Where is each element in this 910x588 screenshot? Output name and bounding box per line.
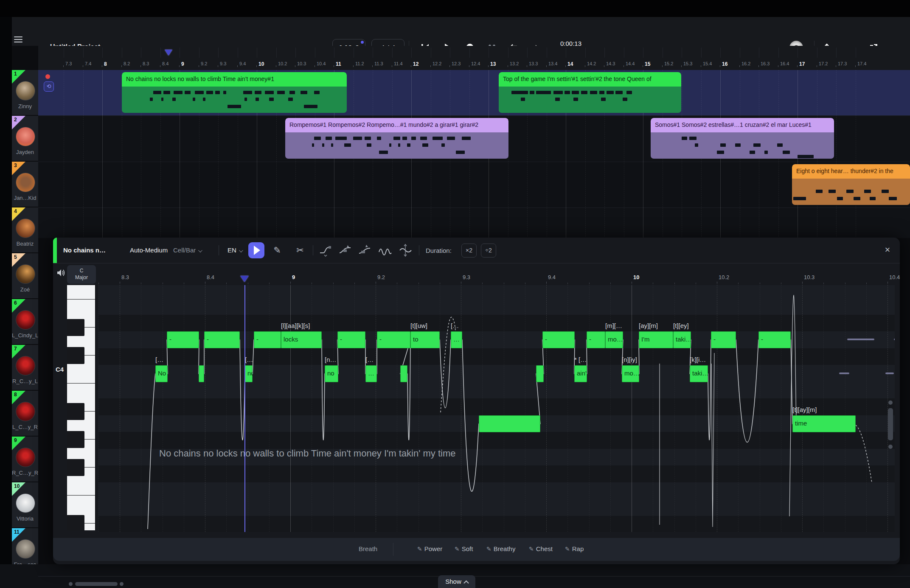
mini-note xyxy=(753,143,761,147)
ruler-tick-mark xyxy=(160,65,160,67)
ruler-label: 17.2 xyxy=(819,61,828,66)
vibrato-tool-icon[interactable] xyxy=(378,244,392,257)
piano-black-key[interactable] xyxy=(67,459,84,476)
pr-note[interactable]: - xyxy=(337,331,365,348)
close-icon[interactable]: × xyxy=(882,244,893,256)
piano-black-key[interactable] xyxy=(67,515,84,530)
duration-double-button[interactable]: ×2 xyxy=(461,244,477,258)
select-tool-button[interactable] xyxy=(248,242,264,258)
wave-smooth-tool-icon[interactable] xyxy=(399,244,412,257)
mini-note xyxy=(456,151,465,154)
pr-note[interactable]: no xyxy=(245,365,253,382)
pr-note[interactable]: - xyxy=(711,331,736,348)
pr-note[interactable]: locks xyxy=(281,331,322,348)
piano-roll-grid[interactable]: ---locks[l][aa][k][s]--to[t][uw]…[…--mo…… xyxy=(98,285,895,532)
sidebar-track-item[interactable]: 4Beatriz xyxy=(12,207,38,252)
sidebar-track-item[interactable]: 8L_C…y_R xyxy=(12,391,38,436)
parameter-toggle-power[interactable]: ✎Power xyxy=(417,545,442,552)
pitch-anchor-tool-icon[interactable] xyxy=(338,244,352,257)
timeline-ruler[interactable]: 7.37.488.28.38.499.29.39.41010.210.310.4… xyxy=(0,46,910,70)
pr-note[interactable] xyxy=(536,365,544,382)
pr-note[interactable]: ain't xyxy=(574,365,587,382)
pitch-draw-tool-icon[interactable] xyxy=(319,244,332,257)
scrollbar-dot[interactable] xyxy=(120,582,124,586)
pr-playhead-triangle[interactable] xyxy=(240,276,249,282)
piano-black-key[interactable] xyxy=(67,431,84,448)
pr-note[interactable]: time xyxy=(792,415,856,432)
pr-ruler-minor-tick xyxy=(567,283,568,284)
phoneme-label: * [… xyxy=(574,356,587,363)
parameter-toggle-soft[interactable]: ✎Soft xyxy=(455,545,473,552)
pr-playhead-line[interactable] xyxy=(244,285,245,532)
sidebar-track-item[interactable]: 6L_Cindy_L xyxy=(12,299,38,344)
scrollbar-dot[interactable] xyxy=(888,400,893,405)
mini-note xyxy=(864,190,871,193)
grid-mode-dropdown[interactable]: Cell/Bar xyxy=(173,246,201,254)
pr-note[interactable]: mo… xyxy=(622,365,639,382)
sidebar-track-item[interactable]: 10Vittoria xyxy=(12,482,38,527)
pr-note[interactable]: mo… xyxy=(605,331,623,348)
ruler-label: 17.4 xyxy=(857,61,866,66)
piano-white-key[interactable] xyxy=(67,285,95,300)
scrollbar-dot[interactable] xyxy=(888,445,893,449)
sidebar-track-item[interactable]: 3Jan…Kid xyxy=(12,162,38,207)
pr-vertical-scrollbar[interactable] xyxy=(888,408,893,440)
pr-note[interactable]: … xyxy=(451,331,462,348)
pr-note[interactable]: … xyxy=(365,365,377,382)
pitch-mode-label[interactable]: Auto-Medium xyxy=(130,246,168,254)
sidebar-track-item[interactable]: 1Zinny xyxy=(12,70,38,115)
track-loop-button[interactable]: ⟲ xyxy=(44,81,54,92)
pr-note[interactable] xyxy=(400,365,407,382)
arrangement-clip[interactable]: Top of the game I'm settin'#1 settin'#2 … xyxy=(499,72,681,113)
scrollbar-dot[interactable] xyxy=(69,582,73,586)
sidebar-track-item[interactable]: 5Zoé xyxy=(12,253,38,298)
scissors-tool-button[interactable]: ✂ xyxy=(293,244,307,257)
menu-hamburger-icon[interactable] xyxy=(14,36,22,43)
pr-note[interactable]: to xyxy=(410,331,440,348)
pr-note[interactable] xyxy=(479,415,540,432)
sidebar-track-item[interactable]: 2Jayden xyxy=(12,116,38,161)
parameter-toggle-chest[interactable]: ✎Chest xyxy=(529,545,553,552)
piano-roll-ruler[interactable]: 8.38.499.29.39.41010.210.310.4 xyxy=(98,271,900,285)
avatar xyxy=(16,81,35,101)
track-record-indicator[interactable] xyxy=(45,74,50,79)
piano-keyboard[interactable] xyxy=(67,285,96,530)
show-panel-button[interactable]: Show xyxy=(438,575,475,588)
pr-note[interactable]: taki… xyxy=(690,365,708,382)
pr-note[interactable]: taki… xyxy=(673,331,691,348)
language-dropdown[interactable]: EN xyxy=(228,246,242,254)
pr-note[interactable]: - xyxy=(204,331,240,348)
ruler-tick xyxy=(604,48,605,58)
pr-note[interactable]: - xyxy=(377,331,410,348)
key-signature-box[interactable]: CMajor xyxy=(67,265,96,284)
ruler-tick-mark xyxy=(199,65,199,67)
pr-note[interactable]: No xyxy=(155,365,168,382)
ruler-tick-mark xyxy=(662,65,663,67)
arrangement-clip[interactable]: No chains no locks no walls to climb Tim… xyxy=(122,72,347,113)
pr-note[interactable]: - xyxy=(758,331,791,348)
timeline-playhead[interactable] xyxy=(165,50,172,56)
sidebar-track-item[interactable]: 9R_C…y_R xyxy=(12,437,38,482)
pr-note[interactable]: - xyxy=(542,331,575,348)
pr-note[interactable]: - xyxy=(254,331,281,348)
arrangement-clip[interactable]: Somos#1 Somos#2 estrellas#…1 cruzan#2 el… xyxy=(651,118,834,159)
pr-note[interactable]: no xyxy=(325,365,338,382)
pr-note[interactable]: - xyxy=(587,331,605,348)
piano-black-key[interactable] xyxy=(67,347,84,364)
speaker-icon[interactable] xyxy=(56,269,66,277)
piano-black-key[interactable] xyxy=(67,319,84,336)
arrangement-clip[interactable]: Eight o eight hear… thunder#2 in the xyxy=(792,164,910,205)
sidebar-track-item[interactable]: 7R_C…y_L xyxy=(12,345,38,390)
pr-note[interactable] xyxy=(199,365,204,382)
piano-black-key[interactable] xyxy=(67,403,84,420)
pitch-flatten-tool-icon[interactable] xyxy=(358,244,371,257)
pr-note[interactable]: - xyxy=(167,331,199,348)
duration-halve-button[interactable]: ÷2 xyxy=(481,244,496,258)
pr-note[interactable]: I'm xyxy=(639,331,673,348)
pencil-tool-button[interactable]: ✎ xyxy=(270,244,284,257)
parameter-toggle-breathy[interactable]: ✎Breathy xyxy=(486,545,515,552)
horizontal-scrollbar[interactable] xyxy=(75,582,118,586)
arrangement-clip[interactable]: Rompemos#1 Rompemos#2 Rompemo…#1 mundo#2… xyxy=(285,118,508,159)
parameter-toggle-rap[interactable]: ✎Rap xyxy=(565,545,584,552)
breath-label[interactable]: Breath xyxy=(359,545,377,552)
